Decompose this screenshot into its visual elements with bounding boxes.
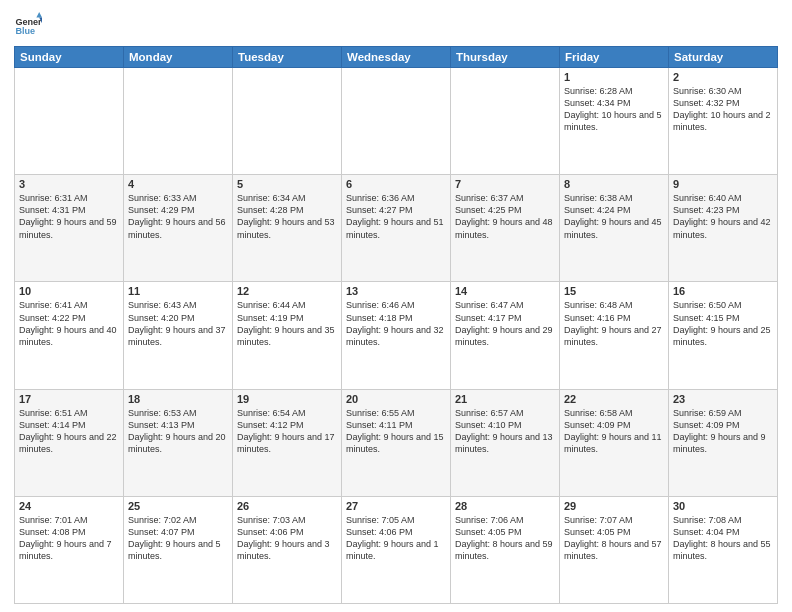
calendar-week-5: 24Sunrise: 7:01 AM Sunset: 4:08 PM Dayli… xyxy=(15,496,778,603)
calendar-cell: 9Sunrise: 6:40 AM Sunset: 4:23 PM Daylig… xyxy=(669,175,778,282)
day-number: 7 xyxy=(455,178,555,190)
day-number: 23 xyxy=(673,393,773,405)
day-number: 15 xyxy=(564,285,664,297)
day-info: Sunrise: 7:08 AM Sunset: 4:04 PM Dayligh… xyxy=(673,514,773,563)
day-info: Sunrise: 7:06 AM Sunset: 4:05 PM Dayligh… xyxy=(455,514,555,563)
calendar-cell: 20Sunrise: 6:55 AM Sunset: 4:11 PM Dayli… xyxy=(342,389,451,496)
day-info: Sunrise: 7:03 AM Sunset: 4:06 PM Dayligh… xyxy=(237,514,337,563)
day-info: Sunrise: 6:46 AM Sunset: 4:18 PM Dayligh… xyxy=(346,299,446,348)
day-info: Sunrise: 6:48 AM Sunset: 4:16 PM Dayligh… xyxy=(564,299,664,348)
calendar-week-2: 3Sunrise: 6:31 AM Sunset: 4:31 PM Daylig… xyxy=(15,175,778,282)
logo-icon: General Blue xyxy=(14,12,42,40)
day-number: 24 xyxy=(19,500,119,512)
day-info: Sunrise: 7:01 AM Sunset: 4:08 PM Dayligh… xyxy=(19,514,119,563)
calendar-cell: 7Sunrise: 6:37 AM Sunset: 4:25 PM Daylig… xyxy=(451,175,560,282)
day-number: 1 xyxy=(564,71,664,83)
calendar-cell: 8Sunrise: 6:38 AM Sunset: 4:24 PM Daylig… xyxy=(560,175,669,282)
day-number: 12 xyxy=(237,285,337,297)
calendar-cell: 5Sunrise: 6:34 AM Sunset: 4:28 PM Daylig… xyxy=(233,175,342,282)
calendar-header-wednesday: Wednesday xyxy=(342,47,451,68)
day-info: Sunrise: 6:47 AM Sunset: 4:17 PM Dayligh… xyxy=(455,299,555,348)
day-number: 6 xyxy=(346,178,446,190)
day-info: Sunrise: 6:36 AM Sunset: 4:27 PM Dayligh… xyxy=(346,192,446,241)
calendar-header-monday: Monday xyxy=(124,47,233,68)
day-number: 11 xyxy=(128,285,228,297)
day-number: 22 xyxy=(564,393,664,405)
calendar-cell: 28Sunrise: 7:06 AM Sunset: 4:05 PM Dayli… xyxy=(451,496,560,603)
day-number: 3 xyxy=(19,178,119,190)
day-number: 30 xyxy=(673,500,773,512)
day-info: Sunrise: 6:40 AM Sunset: 4:23 PM Dayligh… xyxy=(673,192,773,241)
day-number: 28 xyxy=(455,500,555,512)
day-number: 5 xyxy=(237,178,337,190)
calendar-header-thursday: Thursday xyxy=(451,47,560,68)
svg-text:Blue: Blue xyxy=(15,26,35,36)
calendar-cell: 2Sunrise: 6:30 AM Sunset: 4:32 PM Daylig… xyxy=(669,68,778,175)
calendar-cell: 27Sunrise: 7:05 AM Sunset: 4:06 PM Dayli… xyxy=(342,496,451,603)
calendar-cell: 12Sunrise: 6:44 AM Sunset: 4:19 PM Dayli… xyxy=(233,282,342,389)
day-number: 14 xyxy=(455,285,555,297)
day-info: Sunrise: 7:02 AM Sunset: 4:07 PM Dayligh… xyxy=(128,514,228,563)
svg-text:General: General xyxy=(15,17,42,27)
day-info: Sunrise: 6:34 AM Sunset: 4:28 PM Dayligh… xyxy=(237,192,337,241)
day-number: 9 xyxy=(673,178,773,190)
calendar-cell: 21Sunrise: 6:57 AM Sunset: 4:10 PM Dayli… xyxy=(451,389,560,496)
day-number: 4 xyxy=(128,178,228,190)
calendar-cell: 10Sunrise: 6:41 AM Sunset: 4:22 PM Dayli… xyxy=(15,282,124,389)
calendar-cell: 26Sunrise: 7:03 AM Sunset: 4:06 PM Dayli… xyxy=(233,496,342,603)
logo: General Blue xyxy=(14,12,42,40)
page-header: General Blue xyxy=(14,12,778,40)
day-number: 17 xyxy=(19,393,119,405)
calendar-cell: 19Sunrise: 6:54 AM Sunset: 4:12 PM Dayli… xyxy=(233,389,342,496)
day-info: Sunrise: 6:37 AM Sunset: 4:25 PM Dayligh… xyxy=(455,192,555,241)
calendar-cell: 1Sunrise: 6:28 AM Sunset: 4:34 PM Daylig… xyxy=(560,68,669,175)
day-info: Sunrise: 6:43 AM Sunset: 4:20 PM Dayligh… xyxy=(128,299,228,348)
day-number: 8 xyxy=(564,178,664,190)
calendar-header-friday: Friday xyxy=(560,47,669,68)
day-number: 21 xyxy=(455,393,555,405)
calendar-cell: 13Sunrise: 6:46 AM Sunset: 4:18 PM Dayli… xyxy=(342,282,451,389)
day-info: Sunrise: 6:57 AM Sunset: 4:10 PM Dayligh… xyxy=(455,407,555,456)
day-info: Sunrise: 7:07 AM Sunset: 4:05 PM Dayligh… xyxy=(564,514,664,563)
calendar-header-row: SundayMondayTuesdayWednesdayThursdayFrid… xyxy=(15,47,778,68)
calendar-cell: 22Sunrise: 6:58 AM Sunset: 4:09 PM Dayli… xyxy=(560,389,669,496)
calendar-cell: 14Sunrise: 6:47 AM Sunset: 4:17 PM Dayli… xyxy=(451,282,560,389)
calendar-cell xyxy=(451,68,560,175)
day-number: 2 xyxy=(673,71,773,83)
day-number: 26 xyxy=(237,500,337,512)
calendar-cell xyxy=(342,68,451,175)
day-info: Sunrise: 6:55 AM Sunset: 4:11 PM Dayligh… xyxy=(346,407,446,456)
day-number: 27 xyxy=(346,500,446,512)
day-number: 16 xyxy=(673,285,773,297)
calendar-cell: 24Sunrise: 7:01 AM Sunset: 4:08 PM Dayli… xyxy=(15,496,124,603)
day-info: Sunrise: 6:58 AM Sunset: 4:09 PM Dayligh… xyxy=(564,407,664,456)
day-number: 29 xyxy=(564,500,664,512)
calendar-cell: 15Sunrise: 6:48 AM Sunset: 4:16 PM Dayli… xyxy=(560,282,669,389)
day-info: Sunrise: 6:28 AM Sunset: 4:34 PM Dayligh… xyxy=(564,85,664,134)
day-info: Sunrise: 6:31 AM Sunset: 4:31 PM Dayligh… xyxy=(19,192,119,241)
day-info: Sunrise: 6:54 AM Sunset: 4:12 PM Dayligh… xyxy=(237,407,337,456)
calendar-cell xyxy=(15,68,124,175)
day-info: Sunrise: 7:05 AM Sunset: 4:06 PM Dayligh… xyxy=(346,514,446,563)
day-info: Sunrise: 6:59 AM Sunset: 4:09 PM Dayligh… xyxy=(673,407,773,456)
day-number: 10 xyxy=(19,285,119,297)
day-number: 13 xyxy=(346,285,446,297)
calendar-header-saturday: Saturday xyxy=(669,47,778,68)
calendar-cell: 11Sunrise: 6:43 AM Sunset: 4:20 PM Dayli… xyxy=(124,282,233,389)
calendar-cell: 18Sunrise: 6:53 AM Sunset: 4:13 PM Dayli… xyxy=(124,389,233,496)
calendar-cell: 3Sunrise: 6:31 AM Sunset: 4:31 PM Daylig… xyxy=(15,175,124,282)
calendar-cell xyxy=(124,68,233,175)
calendar-cell: 4Sunrise: 6:33 AM Sunset: 4:29 PM Daylig… xyxy=(124,175,233,282)
calendar-cell: 17Sunrise: 6:51 AM Sunset: 4:14 PM Dayli… xyxy=(15,389,124,496)
day-number: 25 xyxy=(128,500,228,512)
calendar-header-tuesday: Tuesday xyxy=(233,47,342,68)
calendar-header-sunday: Sunday xyxy=(15,47,124,68)
calendar-cell: 25Sunrise: 7:02 AM Sunset: 4:07 PM Dayli… xyxy=(124,496,233,603)
day-info: Sunrise: 6:50 AM Sunset: 4:15 PM Dayligh… xyxy=(673,299,773,348)
day-info: Sunrise: 6:41 AM Sunset: 4:22 PM Dayligh… xyxy=(19,299,119,348)
day-number: 20 xyxy=(346,393,446,405)
calendar-cell: 30Sunrise: 7:08 AM Sunset: 4:04 PM Dayli… xyxy=(669,496,778,603)
day-number: 18 xyxy=(128,393,228,405)
calendar-cell: 16Sunrise: 6:50 AM Sunset: 4:15 PM Dayli… xyxy=(669,282,778,389)
calendar-cell xyxy=(233,68,342,175)
